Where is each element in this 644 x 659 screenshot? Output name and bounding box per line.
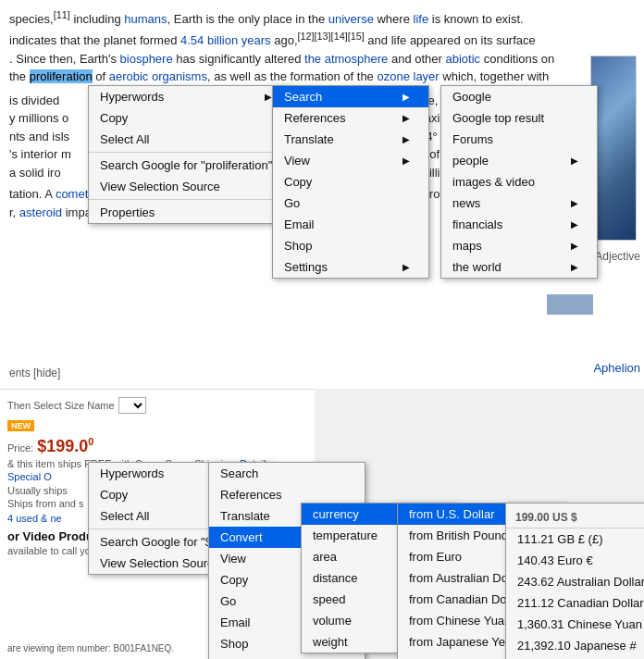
ctx-arrow-settings: ▶: [402, 262, 410, 272]
ctx-images-item[interactable]: images & video: [441, 171, 597, 193]
ctx-hyperwords-wiki[interactable]: Hyperwords ▶: [89, 86, 291, 107]
ctx-result-eur[interactable]: 140.43 Euro €: [506, 550, 644, 571]
wiki-paragraph-1: species,[11] including humans, Earth is …: [9, 7, 635, 29]
wiki-aphelion-label: Aphelion: [593, 361, 640, 375]
ctx-result-gbp[interactable]: 111.21 GB £ (£): [506, 528, 644, 550]
ctx-references-item[interactable]: References ▶: [273, 107, 428, 129]
ctx-shop-item[interactable]: Shop: [273, 235, 428, 256]
amazon-item-number: are viewing item number: B001FA1NEQ.: [7, 643, 174, 653]
ctx-arrow-theworld: ▶: [571, 262, 578, 272]
ctx-result-cny[interactable]: 1,360.31 Chinese Yuan: [506, 614, 644, 635]
ctx-people-item[interactable]: people ▶: [441, 150, 597, 171]
ctx-financials-item[interactable]: financials ▶: [441, 214, 597, 235]
ctx-google-top-item[interactable]: Google top result: [441, 107, 597, 129]
wiki-contents: ents [hide]: [9, 367, 60, 379]
ctx-sep-1: [89, 152, 291, 153]
ctx-arrow-news: ▶: [571, 198, 578, 208]
usd-header: 199.00 US $: [506, 507, 644, 528]
ctx-arrow-translate: ▶: [402, 134, 410, 144]
wiki-adjective-label: Adjective: [595, 250, 640, 263]
context-menu-wiki-google: Google Google top result Forums people ▶…: [440, 85, 598, 279]
ctx-news-item[interactable]: news ▶: [441, 193, 597, 214]
ctx-search-item[interactable]: Search ▶: [273, 86, 428, 107]
amazon-new-badge: NEW: [7, 420, 34, 431]
amazon-size-select[interactable]: [118, 397, 146, 414]
amazon-price: $199.00: [37, 436, 93, 456]
amazon-price-label: Price:: [7, 442, 33, 454]
ctx-maps-item[interactable]: maps ▶: [441, 235, 597, 256]
wiki-paragraph-2: indicates that the planet formed 4.54 bi…: [9, 29, 635, 50]
ctx-search-amz-item[interactable]: Search: [209, 463, 365, 484]
wiki-paragraph-3: . Since then, Earth's biosphere has sign…: [9, 50, 635, 68]
ctx-selectall-wiki[interactable]: Select All: [89, 129, 291, 150]
ctx-arrow-view: ▶: [402, 155, 410, 166]
ctx-theworld-item[interactable]: the world ▶: [441, 256, 597, 278]
ctx-forums-item[interactable]: Forums: [441, 129, 597, 150]
context-menu-amz-usd-results: 199.00 US $ 111.21 GB £ (£) 140.43 Euro …: [505, 503, 644, 659]
ctx-email-item[interactable]: Email: [273, 214, 428, 235]
ctx-viewsource-wiki[interactable]: View Selection Source: [89, 176, 291, 197]
ctx-arrow-people: ▶: [571, 155, 578, 166]
ctx-google-item[interactable]: Google: [441, 86, 597, 107]
ctx-searchgoogle-wiki[interactable]: Search Google for "proliferation": [89, 155, 291, 176]
ctx-copy-wiki[interactable]: Copy: [89, 107, 291, 129]
ctx-result-jpy[interactable]: 21,392.10 Japanese #: [506, 635, 644, 656]
ctx-settings-item[interactable]: Settings ▶: [273, 256, 428, 278]
amazon-size-label: Then Select Size Name: [7, 400, 115, 411]
context-menu-wiki-main: Hyperwords ▶ Copy Select All Search Goog…: [88, 85, 291, 224]
wiki-color-swatch: [547, 294, 593, 315]
ctx-sep-2: [89, 199, 291, 200]
ctx-result-cad[interactable]: 211.12 Canadian Dollar: [506, 592, 644, 614]
amazon-size-bar: Then Select Size Name: [7, 397, 307, 414]
ctx-copy-sub-item[interactable]: Copy: [273, 171, 428, 193]
ctx-arrow-search: ▶: [402, 92, 410, 102]
ctx-view-item[interactable]: View ▶: [273, 150, 428, 171]
ctx-result-aud[interactable]: 243.62 Australian Dollar: [506, 571, 644, 592]
ctx-settings-amz-item[interactable]: Settings: [209, 654, 365, 659]
ctx-go-item[interactable]: Go: [273, 193, 428, 214]
amazon-price-row: Price: $199.00: [7, 436, 307, 456]
ctx-properties-wiki[interactable]: Properties: [89, 202, 291, 223]
context-menu-wiki-search: Search ▶ References ▶ Translate ▶ View ▶…: [272, 85, 429, 279]
ctx-arrow-financials: ▶: [571, 219, 578, 230]
ctx-arrow-maps: ▶: [571, 241, 578, 251]
highlighted-word: proliferation: [30, 69, 93, 83]
ctx-arrow-references: ▶: [402, 113, 410, 123]
wiki-paragraph-4: the proliferation of aerobic organisms, …: [9, 68, 635, 86]
ctx-translate-item[interactable]: Translate ▶: [273, 129, 428, 150]
